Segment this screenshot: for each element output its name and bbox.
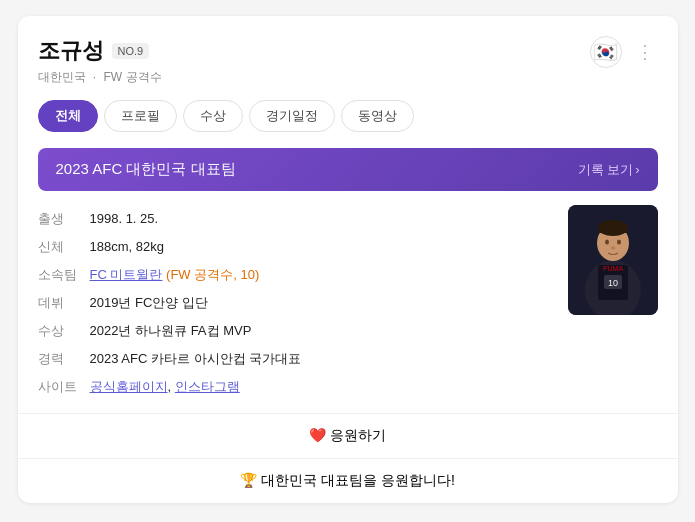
info-row-team: 소속팀 FC 미트윌란 (FW 공격수, 10) [38,261,552,289]
team-value: FC 미트윌란 (FW 공격수, 10) [90,266,260,284]
svg-point-7 [617,240,621,245]
team-label: 소속팀 [38,266,90,284]
team-name-link[interactable]: FC 미트윌란 [90,267,163,282]
player-name: 조규성 [38,36,104,66]
chevron-right-icon: › [635,162,639,177]
tab-profile[interactable]: 프로필 [104,100,177,132]
info-row-site: 사이트 공식홈페이지, 인스타그램 [38,373,552,401]
player-photo-svg: 10 PUMA [568,205,658,315]
player-header: 조규성 NO.9 대한민국 · FW 공격수 🇰🇷 ⋮ [38,36,658,86]
award-label: 수상 [38,322,90,340]
birth-value: 1998. 1. 25. [90,211,159,226]
cheer-button[interactable]: ❤️ 응원하기 [18,413,678,458]
debut-label: 데뷔 [38,294,90,312]
banner-title: 2023 AFC 대한민국 대표팀 [56,160,236,179]
player-country: 대한민국 [38,70,86,84]
career-value: 2023 AFC 카타르 아시안컵 국가대표 [90,350,302,368]
separator: · [93,70,96,84]
bottom-buttons: ❤️ 응원하기 🏆 대한민국 대표팀을 응원합니다! [18,413,678,503]
player-photo: 10 PUMA [568,205,658,315]
player-subtitle: 대한민국 · FW 공격수 [38,69,162,86]
birth-label: 출생 [38,210,90,228]
info-section: 출생 1998. 1. 25. 신체 188cm, 82kg 소속팀 FC 미트… [38,205,658,401]
tab-awards[interactable]: 수상 [183,100,243,132]
player-card: 조규성 NO.9 대한민국 · FW 공격수 🇰🇷 ⋮ 전체 프로필 수상 경기… [18,16,678,503]
info-row-career: 경력 2023 AFC 카타르 아시안컵 국가대표 [38,345,552,373]
tab-bar: 전체 프로필 수상 경기일정 동영상 [38,100,658,132]
player-header-right: 🇰🇷 ⋮ [590,36,658,68]
svg-point-8 [611,247,615,250]
support-text-row: 🏆 대한민국 대표팀을 응원합니다! [18,458,678,503]
svg-rect-5 [598,225,628,233]
player-position: FW 공격수 [104,70,162,84]
debut-value: 2019년 FC안양 입단 [90,294,208,312]
instagram-link[interactable]: 인스타그램 [175,379,240,394]
banner-title-suffix: 대한민국 대표팀 [122,160,235,177]
info-table: 출생 1998. 1. 25. 신체 188cm, 82kg 소속팀 FC 미트… [38,205,552,401]
info-row-award: 수상 2022년 하나원큐 FA컵 MVP [38,317,552,345]
heart-icon: ❤️ [309,427,326,443]
cheer-button-label: 응원하기 [330,427,386,443]
svg-text:10: 10 [607,278,617,288]
body-value: 188cm, 82kg [90,239,164,254]
name-row: 조규성 NO.9 [38,36,162,66]
svg-text:PUMA: PUMA [602,265,623,272]
official-site-link[interactable]: 공식홈페이지 [90,379,168,394]
record-link-label: 기록 보기 [578,161,634,179]
site-links: 공식홈페이지, 인스타그램 [90,378,240,396]
tab-all[interactable]: 전체 [38,100,98,132]
record-link[interactable]: 기록 보기 › [578,161,640,179]
tab-schedule[interactable]: 경기일정 [249,100,335,132]
award-value: 2022년 하나원큐 FA컵 MVP [90,322,252,340]
country-flag: 🇰🇷 [590,36,622,68]
player-info-left: 조규성 NO.9 대한민국 · FW 공격수 [38,36,162,86]
career-label: 경력 [38,350,90,368]
player-number: NO.9 [112,43,150,59]
info-row-birth: 출생 1998. 1. 25. [38,205,552,233]
info-row-debut: 데뷔 2019년 FC안양 입단 [38,289,552,317]
team-detail: (FW 공격수, 10) [162,267,259,282]
flag-emoji: 🇰🇷 [593,40,618,64]
banner-title-prefix: 2023 AFC [56,160,123,177]
tab-video[interactable]: 동영상 [341,100,414,132]
afc-banner: 2023 AFC 대한민국 대표팀 기록 보기 › [38,148,658,191]
body-label: 신체 [38,238,90,256]
info-row-body: 신체 188cm, 82kg [38,233,552,261]
trophy-icon: 🏆 [240,472,257,488]
support-text: 대한민국 대표팀을 응원합니다! [261,472,455,488]
svg-point-6 [605,240,609,245]
site-label: 사이트 [38,378,90,396]
more-options-icon[interactable]: ⋮ [632,39,658,65]
